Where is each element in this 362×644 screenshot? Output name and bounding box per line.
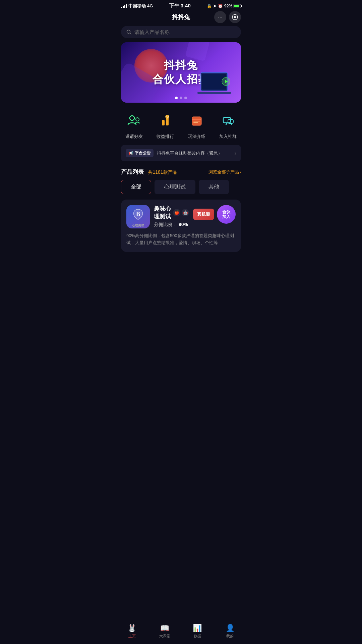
announcement-arrow: › (235, 150, 236, 156)
header-actions: ··· (214, 11, 241, 23)
profile-label: 我的 (226, 634, 234, 639)
banner-dots (175, 97, 187, 99)
battery-label: 92% (224, 4, 232, 8)
svg-rect-6 (197, 92, 231, 94)
profile-icon: 👤 (226, 624, 235, 633)
platform-icons: 🍎 🤖 (173, 209, 189, 216)
search-icon (126, 30, 132, 35)
search-input[interactable] (134, 29, 236, 35)
nav-item-data[interactable]: 📊 数据 (181, 624, 214, 639)
ranking-icon (155, 111, 175, 131)
filter-tab-other[interactable]: 其他 (199, 180, 229, 194)
lock-icon: 🔒 (207, 4, 212, 8)
status-right: 🔒 ➤ ⏰ 92% (207, 4, 241, 8)
announce-speaker-icon: 📢 (128, 151, 133, 156)
menu-item-ranking[interactable]: 收益排行 (155, 111, 175, 140)
banner-background: 抖抖兔 合伙人招募 (121, 42, 241, 103)
product-list-title: 产品列表 (121, 169, 144, 175)
product-count: 共1181款产品 (148, 169, 177, 175)
banner-dot-3 (184, 97, 187, 99)
home-icon: 🐰 (127, 624, 136, 633)
location-icon: ➤ (213, 4, 217, 8)
alarm-icon: ⏰ (218, 4, 223, 8)
svg-rect-11 (162, 120, 165, 125)
android-icon: 🤖 (182, 209, 189, 216)
product-description: 90%高分佣比例，包含500多款严谨的答题类趣味心理测试，大量用户点赞结果准，爱… (126, 232, 236, 247)
svg-rect-16 (193, 121, 200, 121)
signal-icon (121, 4, 127, 8)
status-bar: 中国移动 4G 下午 3:40 🔒 ➤ ⏰ 92% (116, 0, 246, 10)
community-label: 加入社群 (219, 133, 237, 140)
gameplay-icon (187, 111, 207, 131)
svg-point-9 (130, 116, 134, 120)
announcement-tag: 📢 平台公告 (126, 149, 154, 157)
menu-item-invite[interactable]: 邀请好友 (124, 111, 144, 140)
filter-tab-psychology[interactable]: 心理测试 (155, 180, 195, 194)
status-time: 下午 3:40 (169, 3, 191, 9)
filter-tab-all[interactable]: 全部 (121, 180, 151, 194)
product-card: B 心理测试 趣味心理测试 🍎 🤖 分佣比例： 90% 真机测 合伙加入 90%… (121, 200, 241, 252)
data-label: 数据 (194, 634, 201, 639)
product-info: 趣味心理测试 🍎 🤖 分佣比例： 90% (154, 205, 189, 228)
menu-row: 邀请好友 收益排行 玩法介绍 (116, 108, 246, 145)
courses-icon: 📖 (160, 624, 169, 633)
nav-item-home[interactable]: 🐰 主页 (116, 624, 148, 639)
product-logo-inner: B 心理测试 (126, 205, 150, 228)
header: 抖抖兔 ··· (116, 10, 246, 24)
data-icon: 📊 (193, 624, 202, 633)
partner-join-button[interactable]: 合伙加入 (217, 205, 236, 224)
svg-text:B: B (136, 211, 140, 217)
svg-point-13 (166, 115, 169, 118)
filter-tabs: 全部 心理测试 其他 (116, 180, 246, 200)
battery-icon (234, 4, 241, 8)
nav-item-profile[interactable]: 👤 我的 (214, 624, 247, 639)
invite-label: 邀请好友 (125, 133, 143, 140)
svg-point-10 (136, 118, 139, 121)
app-title: 抖抖兔 (172, 13, 190, 21)
svg-rect-18 (223, 117, 231, 123)
product-commission: 分佣比例： 90% (154, 222, 189, 228)
menu-item-community[interactable]: 加入社群 (218, 111, 238, 140)
product-title-group: 产品列表 共1181款产品 (121, 168, 177, 176)
community-icon (218, 111, 238, 131)
banner-dot-1 (175, 97, 178, 99)
banner-carousel: 抖抖兔 合伙人招募 (121, 42, 241, 103)
banner-laptop-illustration (197, 69, 238, 99)
product-list-header: 产品列表 共1181款产品 浏览全部子产品 › (116, 167, 246, 180)
gameplay-label: 玩法介绍 (188, 133, 205, 140)
scan-icon (232, 14, 238, 20)
nav-item-courses[interactable]: 📖 大课堂 (148, 624, 181, 639)
ios-icon: 🍎 (173, 209, 180, 216)
home-label: 主页 (128, 634, 136, 639)
carrier-label: 中国移动 (128, 3, 146, 9)
courses-label: 大课堂 (159, 634, 170, 639)
search-bar[interactable] (121, 26, 241, 38)
svg-line-3 (130, 33, 131, 34)
network-label: 4G (147, 3, 153, 8)
real-test-button[interactable]: 真机测 (193, 209, 214, 220)
bottom-nav: 🐰 主页 📖 大课堂 📊 数据 👤 我的 (116, 621, 246, 644)
invite-icon (124, 111, 144, 131)
product-name-row: 趣味心理测试 🍎 🤖 (154, 205, 189, 220)
svg-point-1 (234, 16, 236, 18)
banner-dot-2 (180, 97, 182, 99)
announcement-bar[interactable]: 📢 平台公告 抖抖兔平台规则整改内容（紧急） › (121, 145, 241, 161)
product-logo: B 心理测试 (126, 205, 150, 228)
product-name: 趣味心理测试 (154, 205, 171, 220)
view-all-button[interactable]: 浏览全部子产品 › (208, 169, 241, 175)
product-actions: 真机测 合伙加入 (193, 205, 236, 224)
svg-rect-17 (193, 122, 198, 123)
menu-item-gameplay[interactable]: 玩法介绍 (187, 111, 207, 140)
status-left: 中国移动 4G (121, 3, 153, 9)
product-top-section: B 心理测试 趣味心理测试 🍎 🤖 分佣比例： 90% 真机测 合伙加入 (126, 205, 236, 228)
more-button[interactable]: ··· (214, 11, 226, 23)
announcement-text: 抖抖兔平台规则整改内容（紧急） (157, 150, 231, 156)
ranking-label: 收益排行 (157, 133, 174, 140)
scan-button[interactable] (229, 11, 241, 23)
